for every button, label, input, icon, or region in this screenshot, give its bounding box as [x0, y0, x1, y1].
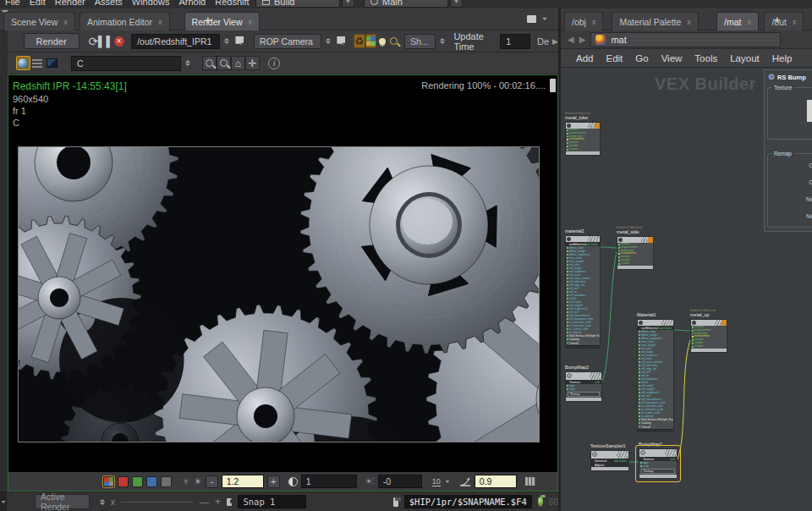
right-new-tab-button[interactable]: + [774, 14, 781, 26]
netmenu-layout[interactable]: Layout [730, 53, 760, 63]
dim-brightness-icon[interactable]: ☀ [182, 476, 190, 487]
camera-spinner[interactable] [326, 38, 331, 44]
update-time-field[interactable]: 1 [500, 34, 530, 49]
shading-dropdown[interactable]: Sh... [404, 34, 436, 49]
render-mode-spinner[interactable] [100, 499, 105, 505]
pane-controls[interactable] [527, 15, 548, 23]
tab-render-view[interactable]: Render Viewx [184, 12, 260, 30]
gain-minus-button[interactable]: - [206, 475, 218, 488]
pane-maximize-icon[interactable] [527, 15, 536, 23]
node-scrollbar[interactable] [638, 429, 673, 432]
tab--out[interactable]: /outx [764, 12, 804, 30]
node-scrollbar[interactable] [566, 345, 600, 349]
save-icon[interactable] [393, 497, 398, 507]
layout-dropdown-arrow[interactable]: ▼ [450, 0, 463, 8]
node-param-row[interactable]: scale [566, 387, 601, 391]
node-param-row[interactable]: Photon [691, 345, 727, 349]
render-button[interactable]: Render [24, 33, 80, 49]
adjust-menu-icon[interactable] [525, 477, 535, 486]
lights-icon[interactable] [376, 34, 387, 48]
node-param-row[interactable]: Overall [566, 342, 600, 345]
gamma-curve-icon[interactable] [459, 476, 471, 486]
desktop-dropdown-arrow[interactable]: ▼ [342, 0, 354, 8]
tab-close-icon[interactable]: x [249, 18, 253, 26]
channel-spinner[interactable] [185, 60, 190, 66]
tab-close-icon[interactable]: x [158, 18, 162, 26]
camera-dropdown[interactable]: ROP Camera [254, 34, 321, 49]
pause-icon[interactable]: ▌▌ [99, 34, 113, 48]
netmenu-add[interactable]: Add [576, 53, 593, 63]
network-node-metal_up[interactable]: SurfaceDisplacementBump MapEnvironmentVo… [690, 319, 727, 353]
contrast-icon[interactable] [288, 477, 298, 486]
node-header[interactable] [566, 372, 601, 380]
zoom-out-icon[interactable] [217, 56, 231, 70]
menu-render[interactable]: Render [55, 0, 85, 7]
save-path-field[interactable]: $HIP/1pr/$SNAPNAME.$F4 [404, 495, 532, 508]
info-icon[interactable]: i [268, 58, 280, 69]
choose-rop-icon[interactable] [234, 34, 245, 48]
new-tab-button[interactable]: + [205, 14, 211, 26]
render-region-icon[interactable] [388, 34, 399, 48]
gain-plus-button[interactable]: + [267, 475, 280, 488]
tab-scene-view[interactable]: Scene Viewx [3, 12, 75, 30]
texture-file-field[interactable] [807, 100, 812, 122]
netmenu-edit[interactable]: Edit [606, 53, 623, 63]
netmenu-view[interactable]: View [661, 53, 683, 63]
menu-file[interactable]: File [5, 0, 20, 7]
node-param-row[interactable]: Overall [638, 426, 673, 429]
desktop-selector[interactable]: Build [255, 0, 340, 8]
nav-back-icon[interactable]: ◀ [568, 35, 574, 44]
node-param-row[interactable]: Adjust [591, 463, 628, 467]
display-sphere-icon[interactable] [16, 56, 30, 70]
snap-minus[interactable]: — [200, 497, 209, 507]
menu-assets[interactable]: Assets [95, 0, 123, 7]
gear-icon[interactable]: ⚙ [768, 73, 775, 81]
menu-redshift[interactable]: Redshift [215, 0, 249, 7]
choose-camera-icon[interactable] [336, 34, 347, 48]
netmenu-go[interactable]: Go [635, 53, 648, 63]
channel-alpha-swatch[interactable] [161, 476, 172, 487]
stop-icon[interactable]: ✕ [113, 34, 124, 48]
channel-dropdown[interactable]: C [71, 56, 181, 71]
gamma-field[interactable]: 0.9 [475, 475, 517, 488]
tab-close-icon[interactable]: x [687, 18, 691, 26]
moneybag-icon[interactable] [538, 497, 543, 507]
tab--obj[interactable]: /objx [564, 12, 603, 30]
network-node-metal_side[interactable]: SurfaceDisplacementBump MapEnvironmentVo… [617, 236, 654, 270]
tab-material-palette[interactable]: Material Palettex [612, 12, 698, 30]
node-remap-box[interactable]: Remap [568, 392, 600, 397]
rop-spinner[interactable] [224, 38, 229, 44]
tab-close-icon[interactable]: x [793, 18, 797, 26]
white-point-field[interactable]: 1 [301, 475, 357, 488]
gain-field[interactable]: 1.2 [222, 475, 264, 488]
tab-close-icon[interactable]: x [63, 18, 68, 26]
snapshot-name-field[interactable]: Snap 1 [238, 495, 306, 508]
pane-menu-icon[interactable] [542, 18, 547, 21]
tab-close-icon[interactable]: x [592, 18, 596, 26]
layout-selector[interactable]: Main [364, 0, 448, 8]
node-header[interactable] [691, 320, 727, 326]
network-node-material1[interactable]: outMaterialoutColordiffuse_colordiffuse_… [637, 319, 674, 432]
netmenu-tools[interactable]: Tools [694, 53, 717, 63]
shading-spinner[interactable] [440, 38, 445, 44]
network-path-field[interactable]: mat [590, 32, 781, 47]
network-node-material2[interactable]: outMaterialoutColordiffuse_colordiffuse_… [565, 235, 601, 349]
statusbar-corner[interactable] [0, 492, 7, 511]
snap-plus[interactable]: + [215, 496, 221, 508]
network-editor[interactable]: VEX Builder Redshift Materialmetal_tubeS… [561, 68, 812, 511]
channel-blue-swatch[interactable] [146, 476, 157, 487]
brightness-icon[interactable]: ☀ [194, 476, 202, 487]
node-header[interactable] [617, 237, 653, 243]
node-header[interactable] [566, 123, 600, 129]
snapshot-camera-icon[interactable] [227, 498, 233, 506]
display-list-icon[interactable] [30, 56, 45, 70]
node-header[interactable] [566, 236, 600, 242]
render-viewport[interactable]: Redshift IPR -14:55:43[1] 960x540 fr 1 C… [8, 74, 558, 492]
network-node-metal_tube[interactable]: SurfaceDisplacementBump MapEnvironmentVo… [565, 122, 601, 156]
channel-all-swatch[interactable] [103, 476, 114, 487]
rop-path-field[interactable]: /out/Redshift_IPR1 [131, 34, 220, 49]
tab-animation-editor[interactable]: Animation Editorx [80, 12, 170, 30]
netmenu-help[interactable]: Help [772, 53, 793, 63]
render-mode-dropdown[interactable]: Active Render [35, 494, 90, 509]
menu-arnold[interactable]: Arnold [178, 0, 206, 7]
